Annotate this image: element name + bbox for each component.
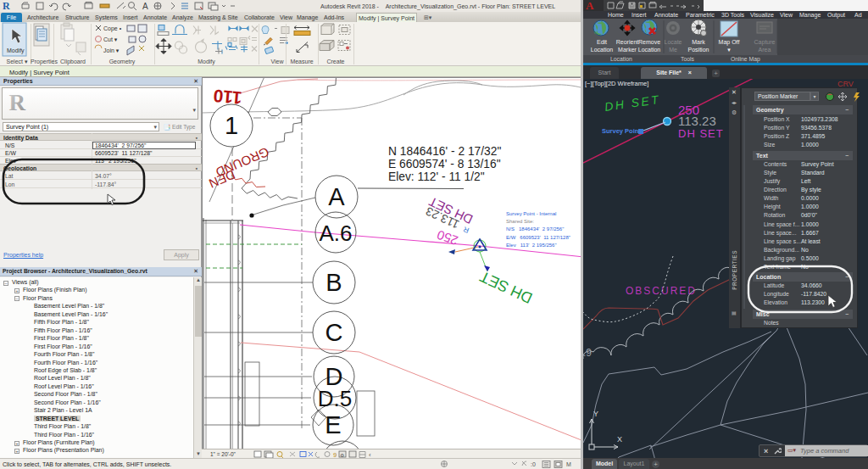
svg-text:OBSCURED: OBSCURED — [626, 285, 697, 297]
svg-text:B: B — [326, 269, 342, 296]
svg-text:Modify: Modify — [7, 47, 25, 54]
svg-text:Locate: Locate — [664, 39, 682, 45]
svg-text:Survey Point - Internal: Survey Point - Internal — [506, 211, 556, 216]
svg-text:Location: Location — [591, 47, 614, 53]
svg-text:Shared Site:: Shared Site: — [506, 219, 534, 224]
svg-text:Me: Me — [669, 47, 677, 53]
svg-text:Survey Point: Survey Point — [602, 127, 641, 135]
svg-text:[−][Top][2D Wireframe]: [−][Top][2D Wireframe] — [585, 80, 648, 87]
svg-text:Join ▾: Join ▾ — [103, 47, 120, 53]
svg-text:.9: .9 — [583, 347, 592, 359]
svg-text:R: R — [9, 90, 26, 114]
svg-text:⚙: ⚙ — [340, 453, 344, 458]
svg-text:Y: Y — [593, 410, 598, 418]
svg-text:DH SET: DH SET — [604, 92, 661, 114]
svg-text:N/S 1846434' 2 97/256": N/S 1846434' 2 97/256" — [506, 226, 564, 232]
svg-text:X: X — [617, 435, 622, 444]
svg-text:E/W 6609523' 11 127/128": E/W 6609523' 11 127/128" — [506, 235, 570, 240]
svg-text:R: R — [3, 0, 10, 12]
svg-text:Remove: Remove — [638, 39, 660, 45]
svg-text:1: 1 — [225, 112, 238, 139]
svg-text::0: :0 — [531, 461, 536, 467]
svg-text:E 6609574' - 8 13/16": E 6609574' - 8 13/16" — [388, 158, 501, 170]
svg-text:A: A — [328, 183, 345, 210]
svg-text:Autodesk Revit 2018 - Archi: Autodesk Revit 2018 - Architecture_Visua… — [320, 3, 555, 10]
svg-text:E: E — [325, 411, 341, 438]
svg-text:Area: Area — [759, 47, 771, 53]
svg-text:Map Off: Map Off — [719, 39, 740, 46]
svg-text:Elev: 112' - 11 1/2": Elev: 112' - 11 1/2" — [388, 170, 485, 183]
svg-text:Mark: Mark — [692, 39, 705, 45]
svg-text:DH SET: DH SET — [678, 127, 724, 140]
svg-text:A: A — [586, 0, 594, 11]
svg-text:N 1846416' - 2 17/32": N 1846416' - 2 17/32" — [388, 145, 501, 158]
svg-text:110: 110 — [213, 87, 243, 109]
svg-text:Reorient: Reorient — [616, 39, 639, 45]
svg-text:A.6: A.6 — [319, 221, 352, 246]
svg-text:Marker: Marker — [618, 47, 637, 53]
svg-text:Location: Location — [638, 47, 661, 53]
svg-text:Position: Position — [688, 47, 709, 53]
svg-text:Elev 113' 2 195/256": Elev 113' 2 195/256" — [506, 243, 557, 248]
svg-text:113.23: 113.23 — [678, 114, 716, 128]
svg-text:M: M — [566, 461, 573, 467]
svg-text:Cut ▾: Cut ▾ — [103, 36, 118, 42]
svg-text:D.5: D.5 — [318, 386, 352, 411]
svg-text:▾: ▾ — [727, 47, 731, 53]
svg-text:C: C — [326, 319, 343, 346]
svg-text:Cope •: Cope • — [103, 25, 122, 32]
svg-text:DH SET: DH SET — [477, 268, 535, 307]
svg-text:Capture: Capture — [754, 39, 776, 46]
svg-text:A: A — [142, 2, 148, 11]
svg-text:Edit: Edit — [597, 39, 607, 45]
